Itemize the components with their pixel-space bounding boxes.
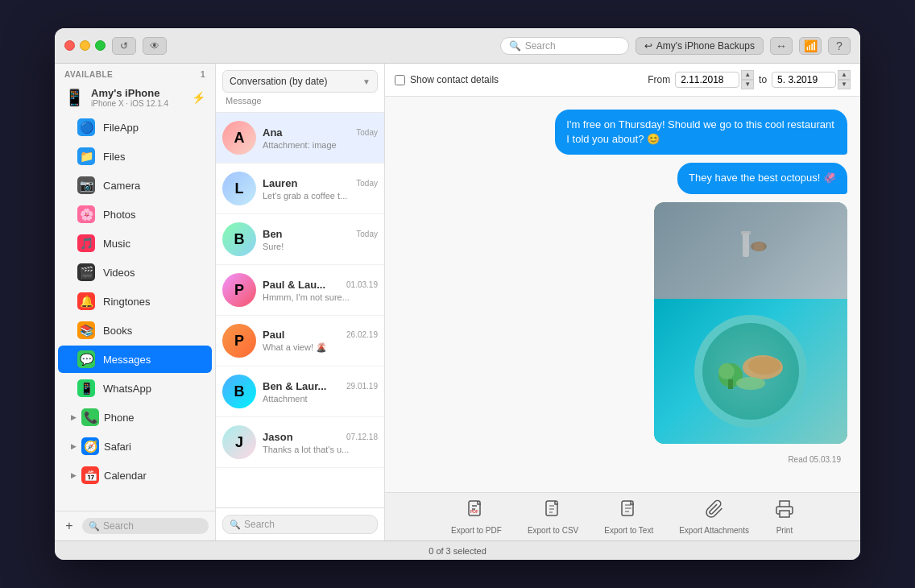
print-button[interactable]: Print xyxy=(775,499,794,535)
export-attachments-icon xyxy=(705,499,724,524)
sidebar-search-icon: 🔍 xyxy=(89,521,100,532)
search-input[interactable] xyxy=(525,40,622,52)
arrows-button[interactable]: ↔ xyxy=(770,37,793,55)
minimize-button[interactable] xyxy=(80,40,90,51)
wifi-button[interactable]: 📶 xyxy=(799,37,822,55)
traffic-lights xyxy=(64,40,106,51)
conv-item-paul-lau[interactable]: P Paul & Lau... 01.03.19 Hmmm, I'm not s… xyxy=(216,265,384,316)
from-date-up[interactable]: ▲ xyxy=(741,70,754,80)
phone-icon: 📞 xyxy=(81,408,99,426)
wifi-icon: 📶 xyxy=(804,39,818,52)
from-label: From xyxy=(648,74,670,85)
conv-preview-jason: Thanks a lot that's u... xyxy=(263,445,378,454)
safari-icon: 🧭 xyxy=(81,437,99,455)
sidebar-item-fileapp[interactable]: 🔵 FileApp xyxy=(58,114,212,141)
from-date-input[interactable]: ▲ ▼ xyxy=(675,70,754,89)
export-text-button[interactable]: Export to Text xyxy=(604,499,653,535)
to-date-input[interactable]: ▲ ▼ xyxy=(772,70,851,89)
music-icon: 🎵 xyxy=(77,234,95,252)
export-text-label: Export to Text xyxy=(604,526,653,535)
books-label: Books xyxy=(103,325,132,337)
sidebar-available-header: AVAILABLE 1 xyxy=(55,64,215,82)
videos-label: Videos xyxy=(103,267,135,279)
middle-search-input[interactable] xyxy=(244,519,371,530)
help-icon: ? xyxy=(836,39,843,52)
eye-button[interactable]: 👁 xyxy=(143,37,167,55)
conv-item-ana[interactable]: A Ana Today Attachment: image xyxy=(216,113,384,164)
whatsapp-label: WhatsApp xyxy=(103,383,151,395)
conv-date-paul: 26.02.19 xyxy=(346,330,378,339)
export-csv-button[interactable]: Export to CSV xyxy=(528,499,578,535)
fileapp-label: FileApp xyxy=(103,122,139,134)
help-button[interactable]: ? xyxy=(828,37,851,55)
message-column-label: Message xyxy=(222,93,378,106)
title-bar: ↺ 👁 🔍 ↩ Amy's iPhone Backups ↔ 📶 ? xyxy=(55,28,860,64)
export-attachments-button[interactable]: Export Attachments xyxy=(679,499,749,535)
calendar-expand-arrow: ▶ xyxy=(71,471,77,479)
food-photo xyxy=(654,202,847,444)
sidebar-item-phone[interactable]: ▶ 📞 Phone xyxy=(58,404,212,431)
from-date-stepper[interactable]: ▲ ▼ xyxy=(741,70,754,89)
sidebar-item-files[interactable]: 📁 Files xyxy=(58,143,212,170)
middle-footer: 🔍 xyxy=(216,507,384,540)
files-label: Files xyxy=(103,151,125,163)
conv-info-lauren: Lauren Today Let's grab a coffee t... xyxy=(263,177,378,201)
conv-item-lauren[interactable]: L Lauren Today Let's grab a coffee t... xyxy=(216,164,384,214)
show-contact-label: Show contact details xyxy=(410,74,499,85)
svg-rect-0 xyxy=(743,233,749,257)
usb-icon: ⚡ xyxy=(192,91,205,104)
sidebar-item-videos[interactable]: 🎬 Videos xyxy=(58,259,212,286)
conversation-sort-button[interactable]: Conversation (by date) ▼ xyxy=(222,70,378,93)
conv-avatar-ben: B xyxy=(222,222,256,256)
middle-search[interactable]: 🔍 xyxy=(222,515,378,534)
sidebar-search-input[interactable] xyxy=(103,520,202,532)
add-button[interactable]: + xyxy=(61,518,77,534)
from-date-down[interactable]: ▼ xyxy=(741,80,754,89)
show-contact-checkbox[interactable] xyxy=(395,75,405,85)
conv-preview-paul-lau: Hmmm, I'm not sure... xyxy=(263,292,378,302)
conv-date-ben-lau: 29.01.19 xyxy=(346,382,378,391)
conv-item-jason[interactable]: J Jason 07.12.18 Thanks a lot that's u..… xyxy=(216,417,384,468)
to-date-field[interactable] xyxy=(772,72,836,88)
device-name: Amy's iPhone xyxy=(91,87,185,99)
messages-label: Messages xyxy=(103,354,151,366)
maximize-button[interactable] xyxy=(95,40,106,51)
sidebar: AVAILABLE 1 📱 Amy's iPhone iPhone X · iO… xyxy=(55,64,216,540)
sidebar-item-music[interactable]: 🎵 Music xyxy=(58,230,212,257)
sidebar-item-safari[interactable]: ▶ 🧭 Safari xyxy=(58,433,212,460)
refresh-icon: ↺ xyxy=(120,40,128,52)
show-contact-details-toggle[interactable]: Show contact details xyxy=(395,74,499,85)
device-info: Amy's iPhone iPhone X · iOS 12.1.4 xyxy=(91,87,185,108)
refresh-button[interactable]: ↺ xyxy=(112,37,136,55)
sidebar-device[interactable]: 📱 Amy's iPhone iPhone X · iOS 12.1.4 ⚡ xyxy=(55,82,215,113)
conv-item-paul[interactable]: P Paul 26.02.19 What a view! 🌋 xyxy=(216,316,384,366)
conv-item-ben[interactable]: B Ben Today Sure! xyxy=(216,214,384,265)
backup-icon: ↩ xyxy=(644,40,652,52)
export-pdf-label: Export to PDF xyxy=(451,526,502,535)
date-range: From ▲ ▼ to ▲ ▼ xyxy=(648,70,851,89)
available-count: 1 xyxy=(201,70,205,79)
export-attachments-label: Export Attachments xyxy=(679,526,749,535)
message-1-text: I'm free on Thursday! Should we go to th… xyxy=(566,118,834,145)
sidebar-item-messages[interactable]: 💬 Messages xyxy=(58,346,212,373)
glass-svg xyxy=(727,226,775,275)
sidebar-item-photos[interactable]: 🌸 Photos xyxy=(58,201,212,228)
to-date-stepper[interactable]: ▲ ▼ xyxy=(838,70,851,89)
conv-item-ben-lau[interactable]: B Ben & Laur... 29.01.19 Attachment xyxy=(216,366,384,417)
search-icon: 🔍 xyxy=(509,40,521,52)
sidebar-search[interactable]: 🔍 xyxy=(82,518,209,534)
sidebar-item-ringtones[interactable]: 🔔 Ringtones xyxy=(58,288,212,315)
export-pdf-icon: PDF xyxy=(466,499,486,524)
from-date-field[interactable] xyxy=(675,72,739,88)
to-date-up[interactable]: ▲ xyxy=(838,70,851,80)
sidebar-item-books[interactable]: 📚 Books xyxy=(58,317,212,344)
sidebar-item-whatsapp[interactable]: 📱 WhatsApp xyxy=(58,375,212,402)
sidebar-item-camera[interactable]: 📷 Camera xyxy=(58,172,212,199)
to-date-down[interactable]: ▼ xyxy=(838,80,851,89)
global-search[interactable]: 🔍 xyxy=(500,37,629,55)
export-pdf-button[interactable]: PDF Export to PDF xyxy=(451,499,502,535)
iphone-backups-button[interactable]: ↩ Amy's iPhone Backups xyxy=(636,37,764,55)
conv-preview-paul: What a view! 🌋 xyxy=(263,342,378,353)
sidebar-item-calendar[interactable]: ▶ 📅 Calendar xyxy=(58,462,212,489)
close-button[interactable] xyxy=(64,40,75,51)
